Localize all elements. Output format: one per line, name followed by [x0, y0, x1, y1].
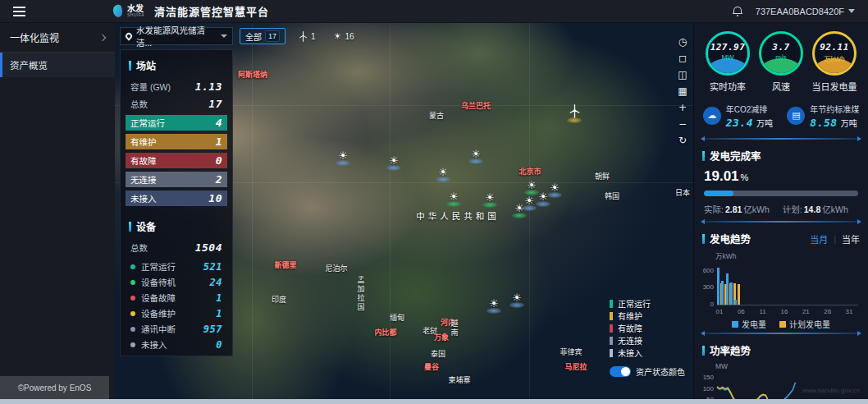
filter-chip-all[interactable]: 全部17 — [240, 28, 286, 44]
completion-progress-fill — [704, 191, 733, 196]
device-status-row: 未接入0 — [130, 337, 222, 352]
solar-station-marker[interactable]: ☀ — [509, 292, 524, 308]
map-canvas[interactable]: 水发能源风光储清洁... 全部171☀16 场站 容量 (GW) 1.13 总数… — [115, 23, 693, 399]
chart-bar — [721, 281, 724, 305]
map-place-label: 新德里 — [274, 259, 296, 270]
reset-icon[interactable]: ↻ — [676, 135, 689, 147]
station-selector-dropdown[interactable]: 水发能源风光储清洁... — [120, 27, 233, 45]
eco-stat-text: 年节约标准煤8.58万吨 — [810, 103, 859, 129]
map-place-label: 马尼拉 — [564, 361, 587, 372]
solar-station-marker[interactable]: ☀ — [436, 167, 450, 182]
chart-bar — [726, 273, 729, 305]
device-total-value: 1504 — [195, 241, 222, 254]
gauge-ring: 3.7m/s — [759, 31, 803, 76]
station-status-value: 1 — [216, 135, 222, 148]
map-place-label: 朝鲜 — [595, 171, 610, 181]
tab-current-year[interactable]: 当年 — [842, 232, 860, 246]
eco-stat-unit: 万吨 — [756, 119, 773, 128]
marker-status-base — [468, 158, 483, 164]
map-place-label: 曼谷 — [424, 361, 439, 372]
device-id-text: 737EAA0BACD8420F — [756, 7, 844, 16]
legend-swatch — [732, 321, 738, 328]
gauge-value: 127.97 — [710, 42, 746, 53]
legend-item: 未接入 — [610, 347, 685, 359]
gauge-label: 风速 — [756, 80, 806, 93]
gauge-value: 3.7 — [772, 42, 789, 53]
account-dropdown[interactable]: 737EAA0BACD8420F — [756, 7, 855, 16]
zoom-out-icon[interactable]: − — [676, 118, 689, 131]
section-accent — [702, 234, 705, 244]
fullscreen-icon[interactable]: ◻ — [676, 53, 689, 65]
device-status-value: 24 — [210, 277, 222, 288]
capacity-label: 容量 (GW) — [130, 80, 171, 93]
legend-swatch — [610, 300, 613, 308]
device-status-row: 设备维护1 — [130, 305, 222, 321]
status-dot-icon — [130, 296, 135, 301]
solar-station-marker[interactable]: ☀ — [468, 149, 483, 164]
completion-percent: 19.01 — [704, 168, 739, 184]
horizontal-scrollbar[interactable] — [0, 399, 868, 404]
marker-status-base — [336, 160, 350, 166]
eco-stat-value-row: 8.58万吨 — [810, 117, 859, 129]
solar-station-marker[interactable]: ☀ — [547, 182, 562, 198]
plan-label: 计划: — [783, 204, 802, 214]
legend-item: 发电量 — [732, 318, 766, 330]
x-axis-tick: 11 — [760, 308, 766, 315]
legend-label: 有维护 — [618, 310, 642, 322]
solar-station-marker[interactable]: ☀ — [386, 155, 401, 171]
sidebar-group-monitoring[interactable]: 一体化监视 — [0, 23, 115, 53]
device-section-title: 设备 — [136, 219, 156, 233]
solar-station-marker[interactable]: ☀ — [446, 191, 461, 207]
hamburger-menu-icon[interactable] — [0, 0, 38, 23]
power-trend-title: 功率趋势 — [710, 342, 751, 358]
asset-status-color-toggle[interactable] — [610, 366, 631, 377]
map-place-label: 缅甸 — [390, 312, 404, 323]
station-status-value: 2 — [216, 173, 222, 186]
chart-bar — [738, 284, 740, 305]
x-axis-tick: 16 — [781, 308, 788, 315]
y-axis-tick: 150 — [699, 374, 714, 381]
tab-current-month[interactable]: 当月 — [810, 232, 828, 246]
station-status-value: 0 — [216, 154, 222, 167]
tab-separator: | — [834, 234, 836, 244]
sidebar-item-asset-overview[interactable]: 资产概览 — [0, 53, 115, 77]
grid-icon[interactable]: ▦ — [676, 85, 689, 98]
device-status-label: 通讯中断 — [141, 323, 176, 335]
gauge-ring: 92.11万kWh — [812, 31, 857, 76]
zoom-in-icon[interactable]: + — [676, 102, 689, 114]
wind-turbine-icon — [569, 104, 581, 118]
wind-station-marker[interactable] — [567, 104, 582, 123]
device-status-label: 设备待机 — [141, 276, 176, 288]
station-status-label: 未接入 — [130, 192, 157, 204]
sun-icon: ☀ — [334, 32, 342, 41]
chevron-right-icon — [99, 34, 106, 40]
station-status-row: 无连接2 — [126, 172, 227, 187]
solar-station-marker[interactable]: ☀ — [482, 192, 497, 208]
layers-icon[interactable]: ◫ — [676, 69, 689, 81]
x-axis-tick: 26 — [824, 308, 831, 315]
gen-chart-y-unit: 万kWh — [694, 249, 868, 261]
logo-droplet-icon — [112, 4, 124, 18]
solar-station-marker[interactable]: ☀ — [512, 203, 527, 218]
sidebar-item-label: 资产概览 — [10, 58, 48, 71]
chart-bar — [717, 268, 720, 305]
station-status-value: 10 — [208, 192, 222, 204]
series-理论功率 — [717, 387, 796, 399]
map-place-label: 柬埔寨 — [448, 374, 470, 385]
solar-station-marker[interactable]: ☀ — [487, 298, 501, 314]
filter-chip-sun[interactable]: ☀16 — [329, 28, 359, 44]
filter-chip-wind-turbine[interactable]: 1 — [294, 28, 321, 44]
solar-station-marker[interactable]: ☀ — [336, 150, 350, 166]
notification-bell-icon[interactable] — [733, 7, 742, 16]
completion-progress-track — [704, 191, 858, 196]
series-实时功率 — [717, 383, 796, 399]
history-icon[interactable]: ◷ — [676, 36, 689, 48]
station-status-value: 4 — [216, 117, 222, 129]
section-accent — [702, 346, 705, 356]
map-place-label: 老挝 — [423, 325, 437, 336]
power-chart-y-unit: MW — [694, 360, 868, 371]
device-status-label: 正常运行 — [141, 260, 176, 273]
gen-chart-legend: 发电量计划发电量 — [694, 315, 868, 330]
gauge-ring: 127.97MW — [706, 31, 750, 76]
device-status-label: 设备维护 — [141, 307, 176, 319]
